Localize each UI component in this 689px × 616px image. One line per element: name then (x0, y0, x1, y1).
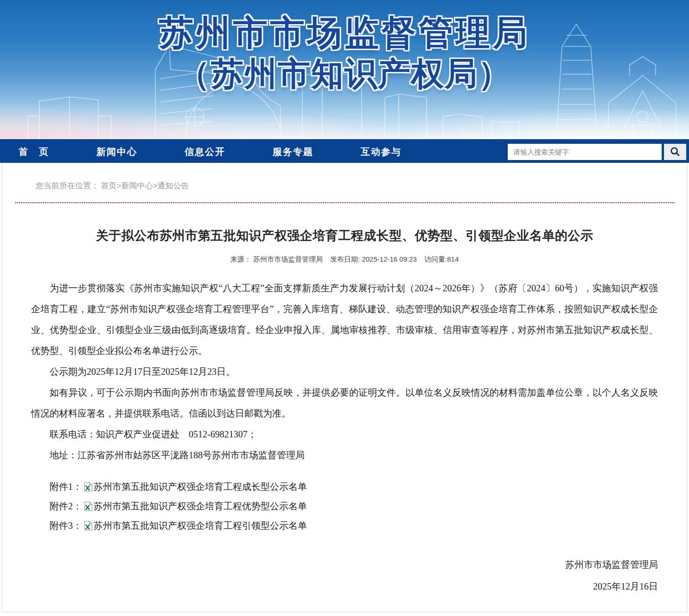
breadcrumb-home[interactable]: 首页 (101, 181, 117, 190)
attachment-label: 附件3： (50, 516, 82, 535)
attachment-row: 附件1： 苏州市第五批知识产权强企培育工程成长型公示名单 (50, 477, 658, 496)
breadcrumb-news-center[interactable]: 新闻中心 (121, 181, 153, 190)
attachment-name: 苏州市第五批知识产权强企培育工程引领型公示名单 (94, 516, 307, 535)
search-bar (508, 144, 686, 160)
article-title: 关于拟公布苏州市第五批知识产权强企培育工程成长型、优势型、引领型企业名单的公示 (31, 227, 658, 244)
signature-block: 苏州市市场监督管理局 2025年12月16日 (31, 554, 658, 597)
breadcrumb-prefix: 您当前所在位置： (36, 181, 99, 190)
breadcrumb-notices[interactable]: 通知公告 (158, 181, 189, 190)
attachment-row: 附件2： 苏州市第五批知识产权强企培育工程优势型公示名单 (50, 496, 658, 516)
article-view-count: 访问量:814 (424, 255, 459, 263)
attachment-link-growth-list[interactable]: 苏州市第五批知识产权强企培育工程成长型公示名单 (82, 477, 307, 496)
attachments-list: 附件1： 苏州市第五批知识产权强企培育工程成长型公示名单 附件2： (31, 477, 658, 535)
article-source: 来源： 苏州市市场监督管理局 (230, 255, 323, 263)
attachment-row: 附件3： 苏州市第五批知识产权强企培育工程引领型公示名单 (50, 516, 658, 535)
site-title-line1: 苏州市市场监督管理局 (0, 16, 689, 50)
site-banner: 苏州市市场监督管理局 （苏州市知识产权局） (0, 0, 689, 141)
dotted-divider (15, 202, 675, 203)
paragraph: 如有异议，可于公示期内书面向苏州市市场监督管理局反映，并提供必要的证明文件。以单… (31, 382, 658, 424)
nav-item-news[interactable]: 新闻中心 (82, 146, 152, 158)
content-frame: 您当前所在位置： 首页>新闻中心>通知公告 关于拟公布苏州市第五批知识产权强企培… (2, 163, 687, 612)
article: 关于拟公布苏州市第五批知识产权强企培育工程成长型、优势型、引领型企业名单的公示 … (2, 227, 687, 597)
attachment-link-leading-list[interactable]: 苏州市第五批知识产权强企培育工程引领型公示名单 (82, 516, 307, 535)
nav-item-home[interactable]: 首 页 (19, 146, 64, 158)
breadcrumb-separator: > (153, 181, 158, 190)
signature-org: 苏州市市场监督管理局 (31, 554, 658, 576)
search-icon (670, 147, 680, 157)
excel-file-icon (84, 501, 93, 511)
attachment-name: 苏州市第五批知识产权强企培育工程成长型公示名单 (94, 477, 307, 496)
nav-item-interaction[interactable]: 互动参与 (346, 146, 416, 158)
main-navbar: 首 页 新闻中心 信息公开 服务专题 互动参与 (0, 141, 689, 163)
nav-item-service-topics[interactable]: 服务专题 (258, 146, 328, 158)
attachment-link-advantage-list[interactable]: 苏州市第五批知识产权强企培育工程优势型公示名单 (82, 496, 307, 516)
paragraph: 公示期为2025年12月17日至2025年12月23日。 (31, 361, 658, 382)
breadcrumb: 您当前所在位置： 首页>新闻中心>通知公告 (2, 163, 687, 191)
site-title-line2: （苏州市知识产权局） (0, 58, 689, 90)
article-publish-date: 发布日期: 2025-12-16 09:23 (330, 255, 417, 263)
attachment-label: 附件2： (50, 496, 82, 516)
signature-date: 2025年12月16日 (31, 576, 658, 597)
site-title: 苏州市市场监督管理局 （苏州市知识产权局） (0, 16, 689, 90)
contact-phone-line: 联系电话：知识产权产业促进处 0512-69821307； (31, 424, 658, 445)
nav-menu: 首 页 新闻中心 信息公开 服务专题 互动参与 (0, 146, 434, 158)
search-button[interactable] (664, 144, 686, 160)
article-meta: 来源： 苏州市市场监督管理局 发布日期: 2025-12-16 09:23 访问… (31, 255, 658, 264)
article-body: 为进一步贯彻落实《苏州市实施知识产权“八大工程”全面支撑新质生产力发展行动计划（… (31, 278, 658, 466)
paragraph: 为进一步贯彻落实《苏州市实施知识产权“八大工程”全面支撑新质生产力发展行动计划（… (31, 278, 658, 361)
attachment-name: 苏州市第五批知识产权强企培育工程优势型公示名单 (94, 496, 307, 516)
nav-item-info-disclosure[interactable]: 信息公开 (170, 146, 240, 158)
attachment-label: 附件1： (50, 477, 82, 496)
breadcrumb-separator: > (117, 181, 121, 190)
search-input[interactable] (508, 144, 662, 160)
address-line: 地址：江苏省苏州市姑苏区平泷路188号苏州市市场监督管理局 (31, 445, 658, 466)
excel-file-icon (84, 482, 93, 492)
excel-file-icon (84, 521, 93, 531)
